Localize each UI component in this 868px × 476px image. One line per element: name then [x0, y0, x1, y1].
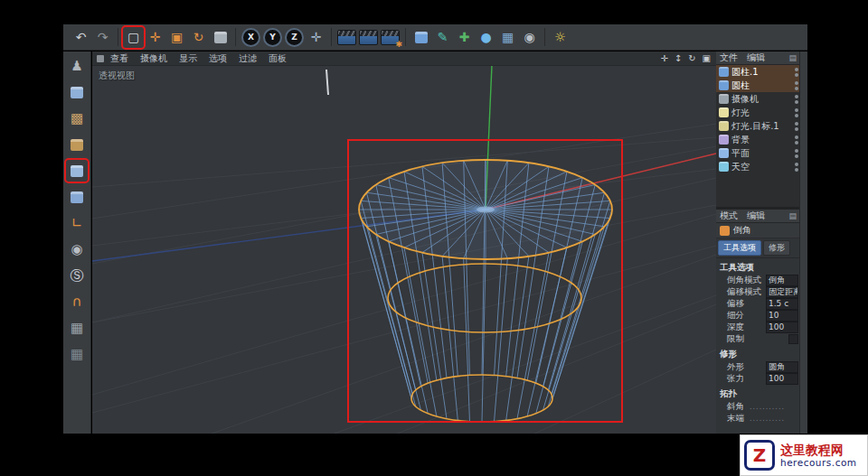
move-tool-button[interactable]: ✛: [145, 27, 165, 48]
viewport-menu-item-2[interactable]: 显示: [179, 52, 197, 65]
render-dot-icon: [795, 87, 798, 90]
dropdown[interactable]: 圆角: [766, 361, 798, 373]
object-item[interactable]: 灯光.目标.1: [716, 119, 800, 133]
redo-icon: ↷: [98, 31, 108, 43]
viewport[interactable]: 查看摄像机显示选项过滤面板 ✛↕↻▣ 透视视图: [92, 51, 716, 434]
lock-z-button[interactable]: Z: [284, 27, 305, 48]
checkbox[interactable]: [788, 334, 798, 344]
attribute-manager-options-icon[interactable]: ▤: [788, 211, 797, 220]
active-tool-label: 倒角: [733, 224, 751, 237]
add-spline-button[interactable]: ✎: [432, 27, 453, 48]
add-deformer-button[interactable]: ●: [476, 27, 496, 48]
viewport-menu-item-1[interactable]: 摄像机: [140, 52, 167, 65]
attribute-manager-menu-0[interactable]: 模式: [720, 210, 738, 222]
zoom-view-icon[interactable]: ↕: [675, 53, 682, 63]
model-mode-icon: [71, 87, 83, 98]
object-manager-menu-1[interactable]: 编辑: [747, 51, 765, 64]
number-field[interactable]: 100: [766, 322, 798, 333]
object-item[interactable]: 圆柱.1: [716, 65, 800, 79]
render-view-button[interactable]: [336, 27, 357, 48]
viewport-menu-item-4[interactable]: 过滤: [239, 52, 257, 65]
render-settings-button[interactable]: [380, 27, 401, 48]
rotate-tool-icon: ↻: [193, 31, 204, 43]
visibility-dots[interactable]: [795, 108, 798, 117]
toolbar-separator: [331, 28, 332, 46]
recent-tool-button[interactable]: [210, 27, 231, 48]
workplane-button[interactable]: ∟: [66, 212, 88, 234]
object-item[interactable]: 天空: [716, 160, 800, 173]
dropdown[interactable]: 固定距离: [766, 286, 798, 298]
viewport-menu-item-0[interactable]: 查看: [110, 52, 128, 65]
attribute-label: 斜角: [727, 401, 744, 413]
scale-tool-button[interactable]: ▣: [166, 27, 187, 48]
visibility-dots[interactable]: [795, 122, 798, 131]
object-manager-header: 文件编辑▤: [716, 51, 800, 65]
attribute-label: 末端: [727, 413, 744, 425]
viewport-scene[interactable]: [92, 51, 716, 434]
number-field[interactable]: 100: [766, 373, 798, 385]
polygon-mode-button[interactable]: [66, 186, 88, 208]
object-manager-options-icon[interactable]: ▤: [788, 53, 797, 62]
attribute-tab-1[interactable]: 修形: [763, 240, 790, 256]
visibility-dots[interactable]: [795, 81, 798, 90]
visibility-dots[interactable]: [795, 135, 798, 145]
viewport-menu-item-3[interactable]: 选项: [209, 52, 227, 65]
add-primitive-button[interactable]: [410, 27, 431, 48]
visibility-dot-icon: [795, 81, 798, 85]
watermark-title: 这里教程网: [780, 443, 857, 458]
pan-view-icon[interactable]: ✛: [660, 53, 667, 63]
object-item[interactable]: 灯光: [716, 106, 800, 119]
object-item[interactable]: 背景: [716, 133, 800, 146]
lock-x-button[interactable]: X: [241, 27, 261, 48]
object-label: 灯光: [731, 107, 750, 119]
number-field[interactable]: 1.5 c: [766, 298, 798, 310]
magnet-snap-button[interactable]: ∩: [66, 291, 88, 313]
add-primitive-icon: [415, 32, 428, 43]
toggle-view-icon[interactable]: ▣: [703, 53, 711, 63]
redo-button[interactable]: ↷: [92, 27, 113, 48]
visibility-dots[interactable]: [795, 163, 798, 172]
visibility-dot-icon: [795, 163, 798, 166]
toolbar-separator: [544, 28, 545, 46]
attribute-tab-0[interactable]: 工具选项: [718, 240, 761, 256]
rotate-tool-button[interactable]: ↻: [188, 27, 209, 48]
attribute-tabs: 工具选项修形: [716, 238, 800, 258]
snap-toggle-button[interactable]: Ⓢ: [66, 265, 88, 286]
attribute-manager-menu-1[interactable]: 编辑: [747, 210, 765, 222]
uv-mode-button[interactable]: [66, 134, 88, 155]
workplane-snap-button[interactable]: ▦: [66, 343, 88, 365]
texture-mode-button[interactable]: ▩: [66, 107, 88, 129]
model-mode-button[interactable]: [66, 81, 88, 103]
attribute-row: 末端...........: [716, 413, 800, 425]
rotate-view-icon[interactable]: ↻: [688, 53, 695, 63]
watermark: Z 这里教程网 herecours.com: [740, 434, 868, 476]
add-camera-button[interactable]: ◉: [519, 27, 540, 48]
visibility-dots[interactable]: [795, 68, 798, 77]
add-light-button[interactable]: ☼: [550, 27, 571, 48]
add-generator-icon: ✚: [459, 31, 470, 43]
scrollbar[interactable]: [799, 51, 807, 434]
render-region-button[interactable]: [358, 27, 379, 48]
object-manager-menu-0[interactable]: 文件: [720, 51, 738, 64]
object-item[interactable]: 平面: [716, 146, 800, 160]
lock-y-button[interactable]: Y: [262, 27, 283, 48]
visibility-dots[interactable]: [795, 149, 798, 158]
viewport-menu-item-5[interactable]: 面板: [269, 52, 287, 65]
number-field[interactable]: 10: [766, 310, 798, 322]
visibility-dots[interactable]: [795, 95, 798, 104]
undo-button[interactable]: ↶: [71, 27, 91, 48]
add-environment-button[interactable]: ▦: [497, 27, 518, 48]
rect-selection-icon: ▢: [127, 31, 139, 43]
dropdown[interactable]: 倒角: [766, 275, 798, 286]
grid-snap-button[interactable]: ▦: [66, 317, 88, 339]
viewport-lock-button[interactable]: ◉: [66, 238, 88, 260]
light-target-icon: [719, 121, 729, 131]
object-item[interactable]: 圆柱: [716, 79, 800, 92]
edge-mode-button[interactable]: [66, 160, 88, 182]
watermark-url: herecours.com: [780, 457, 857, 468]
rect-selection-button[interactable]: ▢: [123, 27, 144, 48]
object-item[interactable]: 摄像机: [716, 92, 800, 106]
convert-object-button[interactable]: ♟: [66, 55, 88, 77]
add-generator-button[interactable]: ✚: [454, 27, 475, 48]
coord-system-button[interactable]: ✛: [306, 27, 326, 48]
